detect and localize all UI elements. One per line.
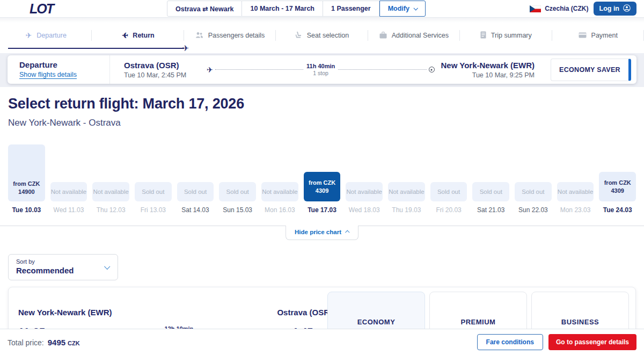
date-label: Sat 21.03 bbox=[472, 206, 509, 214]
document-icon bbox=[480, 31, 486, 40]
price-bar[interactable]: from CZK 4309 bbox=[599, 172, 636, 201]
origin-datetime: Tue 10 Mar, 2:45 PM bbox=[124, 71, 200, 79]
hide-price-chart-label: Hide price chart bbox=[295, 229, 341, 235]
footer-buttons: Fare conditions Go to passenger details bbox=[477, 334, 636, 350]
route-selector[interactable]: Ostrava ⇄ Newark bbox=[167, 1, 242, 17]
calendar-day: Sold out Sun 22.03 bbox=[515, 144, 552, 214]
fare-conditions-button[interactable]: Fare conditions bbox=[477, 334, 543, 350]
availability-bar[interactable]: Sold out bbox=[219, 182, 256, 201]
step-return[interactable]: ✈ Return bbox=[92, 32, 184, 39]
availability-status: Sold out bbox=[142, 188, 164, 196]
progress-line: ✈ bbox=[8, 48, 184, 49]
availability-bar[interactable]: Not available bbox=[346, 182, 383, 201]
date-label: Sat 14.03 bbox=[177, 206, 214, 214]
summary-left: Departure Show flights details bbox=[8, 60, 109, 79]
calendar-day: Not available Wed 11.03 bbox=[50, 144, 87, 214]
step-label: Return bbox=[133, 32, 154, 39]
availability-bar[interactable]: Not available bbox=[388, 182, 425, 201]
availability-bar[interactable]: Not available bbox=[50, 182, 87, 201]
availability-bar[interactable]: Sold out bbox=[515, 182, 552, 201]
cabin-label: BUSINESS bbox=[532, 318, 628, 326]
price-bar[interactable]: from CZK 14900 bbox=[8, 144, 45, 201]
booking-steps: ✈ Departure ✈ Return Passengers details … bbox=[0, 18, 644, 53]
show-flight-details-link[interactable]: Show flights details bbox=[19, 71, 77, 78]
availability-bar[interactable]: Not available bbox=[557, 182, 594, 201]
go-to-passenger-details-button[interactable]: Go to passenger details bbox=[548, 334, 636, 350]
calendar-day: Sold out Sun 15.03 bbox=[219, 144, 256, 214]
booking-summary-bar: Ostrava ⇄ Newark 10 March - 17 March 1 P… bbox=[167, 1, 426, 17]
availability-status: Not available bbox=[346, 188, 382, 196]
login-label: Log in bbox=[599, 5, 620, 12]
departure-plane-icon: ✈ bbox=[26, 32, 32, 39]
hide-price-chart-button[interactable]: Hide price chart bbox=[286, 226, 358, 240]
date-label: Thu 12.03 bbox=[92, 206, 129, 214]
step-departure[interactable]: ✈ Departure bbox=[0, 32, 92, 39]
progress-plane-icon: ✈ bbox=[182, 44, 189, 53]
modify-button[interactable]: Modify bbox=[379, 1, 426, 17]
availability-bar[interactable]: Not available bbox=[261, 182, 298, 201]
availability-status: Not available bbox=[93, 188, 128, 196]
lot-logo[interactable]: LOT bbox=[30, 1, 53, 17]
availability-status: Not available bbox=[389, 188, 424, 196]
calendar-day: Sold out Sat 21.03 bbox=[472, 144, 509, 214]
availability-status: Not available bbox=[262, 188, 297, 196]
calendar-day: Sold out Sat 14.03 bbox=[177, 144, 214, 214]
selected-fare-chip[interactable]: ECONOMY SAVER bbox=[551, 59, 631, 81]
date-label: Sun 15.03 bbox=[219, 206, 256, 214]
availability-status: Sold out bbox=[522, 188, 544, 196]
total-price-currency: CZK bbox=[68, 340, 80, 346]
locale-selector[interactable]: Czechia (CZK) bbox=[530, 5, 588, 12]
step-label: Passengers details bbox=[208, 32, 265, 39]
calendar-day: Not available Thu 19.03 bbox=[388, 144, 425, 214]
calendar-day: Sold out Fri 13.03 bbox=[135, 144, 172, 214]
availability-bar[interactable]: Sold out bbox=[472, 182, 509, 201]
selected-price-bar[interactable]: from CZK 4309 bbox=[304, 172, 341, 201]
step-label: Departure bbox=[36, 32, 67, 39]
step-trip-summary[interactable]: Trip summary bbox=[460, 31, 552, 40]
duration-label: 11h 40min bbox=[306, 63, 335, 70]
step-seat-selection[interactable]: Seat selection bbox=[276, 31, 368, 40]
calendar-day: from CZK 4309 Tue 24.03 bbox=[599, 144, 636, 214]
locale-label: Czechia (CZK) bbox=[545, 5, 588, 12]
chevron-up-icon bbox=[345, 230, 349, 234]
summary-title: Departure bbox=[19, 60, 109, 69]
login-button[interactable]: Log in bbox=[594, 2, 637, 16]
destination-datetime: Tue 10 Mar, 9:25 PM bbox=[441, 71, 535, 79]
availability-status: Sold out bbox=[226, 188, 249, 196]
availability-bar[interactable]: Sold out bbox=[430, 182, 467, 201]
dates-selector[interactable]: 10 March - 17 March bbox=[243, 1, 324, 17]
date-label: Fri 20.03 bbox=[430, 206, 467, 214]
availability-bar[interactable]: Sold out bbox=[177, 182, 214, 201]
calendar-day: Not available Thu 12.03 bbox=[92, 144, 129, 214]
availability-status: Sold out bbox=[437, 188, 460, 196]
page-title: Select return flight: March 17, 2026 bbox=[8, 96, 636, 112]
step-label: Trip summary bbox=[491, 32, 532, 39]
date-label: Fri 13.03 bbox=[135, 206, 172, 214]
date-label: Sun 22.03 bbox=[515, 206, 552, 214]
chevron-down-icon bbox=[413, 6, 418, 10]
chart-toggle-row: Hide price chart bbox=[0, 226, 644, 240]
step-passengers-details[interactable]: Passengers details bbox=[184, 32, 276, 40]
summary-destination: New York-Newark (EWR) Tue 10 Mar, 9:25 P… bbox=[441, 61, 537, 79]
calendar-day: Not available Wed 18.03 bbox=[346, 144, 383, 214]
seat-icon bbox=[295, 31, 302, 40]
calendar-day: from CZK 14900 Tue 10.03 bbox=[8, 144, 45, 214]
sort-dropdown[interactable]: Sort by Recommended bbox=[8, 254, 118, 280]
availability-bar[interactable]: Not available bbox=[92, 182, 129, 201]
summary-origin: Ostrava (OSR) Tue 10 Mar, 2:45 PM bbox=[110, 61, 200, 79]
calendar-day: Sold out Fri 20.03 bbox=[430, 144, 467, 214]
flight-path: ✈ 11h 40min 1 stop bbox=[207, 63, 435, 77]
booking-footer: Total price: 9495 CZK Fare conditions Go… bbox=[0, 329, 644, 355]
dotted-line bbox=[215, 69, 303, 70]
date-label: Mon 16.03 bbox=[261, 206, 298, 214]
passengers-selector[interactable]: 1 Passenger bbox=[323, 1, 379, 17]
price-prefix: from CZK bbox=[604, 179, 631, 186]
stops-label: 1 stop bbox=[306, 70, 335, 77]
step-additional-services[interactable]: Additional Services bbox=[368, 32, 460, 40]
price-value: 14900 bbox=[18, 188, 35, 195]
step-payment[interactable]: Payment bbox=[552, 32, 644, 39]
price-prefix: from CZK bbox=[13, 180, 40, 187]
passengers-icon bbox=[195, 32, 203, 40]
availability-bar[interactable]: Sold out bbox=[135, 182, 172, 201]
sort-label: Sort by bbox=[16, 258, 110, 265]
